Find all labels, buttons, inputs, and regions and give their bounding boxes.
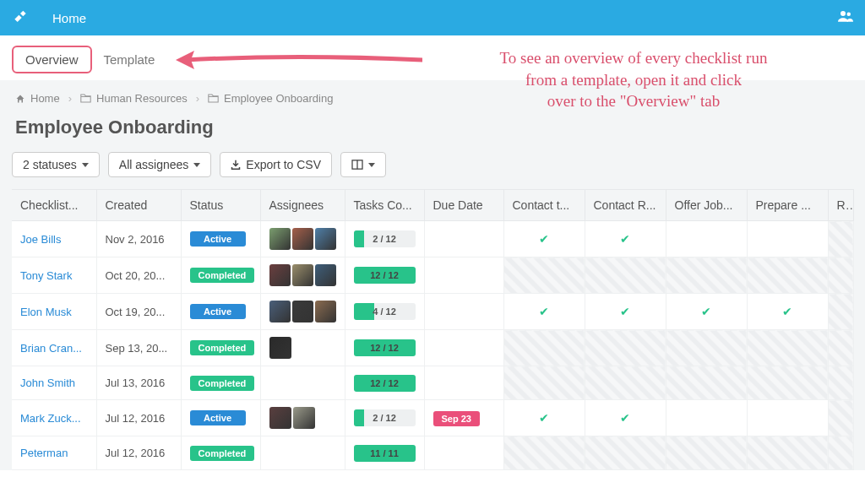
avatar[interactable]	[315, 228, 336, 250]
nav-home-link[interactable]: Home	[52, 11, 86, 25]
status-badge: Completed	[190, 340, 255, 355]
task-check-cell[interactable]	[828, 330, 853, 366]
avatar[interactable]	[315, 264, 336, 286]
breadcrumb-hr[interactable]: Human Resources	[80, 92, 188, 105]
check-icon: ✔	[756, 305, 819, 318]
task-check-cell[interactable]: ✔	[503, 294, 585, 330]
avatar[interactable]	[292, 228, 313, 250]
status-filter-dropdown[interactable]: 2 statuses	[12, 152, 100, 177]
avatar[interactable]	[292, 301, 313, 322]
col-offer[interactable]: Offer Job...	[666, 190, 747, 221]
task-check-cell[interactable]: ✔	[585, 221, 666, 257]
created-cell: Jul 12, 2016	[96, 400, 181, 436]
status-cell: Completed	[181, 366, 260, 400]
task-check-cell[interactable]	[747, 257, 828, 294]
table-row: John SmithJul 13, 2016Completed12 / 12	[12, 366, 853, 400]
col-due[interactable]: Due Date	[424, 190, 503, 221]
avatar[interactable]	[269, 337, 291, 359]
task-check-cell[interactable]	[828, 436, 853, 470]
checklist-name-link[interactable]: Brian Cran...	[20, 342, 82, 355]
col-assignees[interactable]: Assignees	[260, 190, 345, 221]
task-check-cell[interactable]	[828, 257, 853, 294]
task-check-cell[interactable]: ✔	[747, 294, 828, 330]
task-check-cell[interactable]	[503, 436, 585, 470]
column-settings-button[interactable]	[340, 152, 386, 177]
task-check-cell[interactable]: ✔	[503, 221, 585, 257]
users-icon[interactable]	[838, 10, 853, 25]
col-status[interactable]: Status	[181, 190, 260, 221]
check-icon: ✔	[594, 411, 657, 425]
col-created[interactable]: Created	[96, 190, 181, 221]
status-badge: Completed	[190, 446, 255, 461]
task-check-cell[interactable]	[747, 330, 828, 366]
task-check-cell[interactable]	[747, 221, 828, 257]
task-check-cell[interactable]: ✔	[585, 294, 666, 330]
tasks-cell: 12 / 12	[345, 366, 424, 400]
task-check-cell[interactable]: ✔	[666, 294, 747, 330]
col-r[interactable]: R	[828, 190, 853, 221]
task-check-cell[interactable]	[585, 330, 666, 366]
breadcrumb-home[interactable]: Home	[15, 92, 60, 105]
task-check-cell[interactable]	[666, 257, 747, 294]
col-contact-t[interactable]: Contact t...	[503, 190, 585, 221]
due-cell: Sep 23	[424, 400, 503, 436]
avatar[interactable]	[269, 264, 291, 286]
caret-down-icon	[82, 163, 89, 167]
checklist-name-link[interactable]: Joe Bills	[20, 233, 61, 246]
check-icon: ✔	[675, 305, 738, 318]
task-check-cell[interactable]	[828, 400, 853, 436]
avatar[interactable]	[315, 301, 336, 322]
due-cell	[424, 221, 503, 257]
export-csv-button[interactable]: Export to CSV	[220, 152, 332, 177]
checklist-name-link[interactable]: Elon Musk	[20, 306, 72, 318]
task-check-cell[interactable]	[585, 257, 666, 294]
task-check-cell[interactable]	[503, 366, 585, 400]
checklist-name-link[interactable]: Mark Zuck...	[20, 412, 81, 425]
task-check-cell[interactable]	[585, 436, 666, 470]
task-check-cell[interactable]	[666, 436, 747, 470]
task-check-cell[interactable]	[747, 366, 828, 400]
task-check-cell[interactable]	[503, 257, 585, 294]
avatar[interactable]	[269, 407, 291, 429]
tab-template[interactable]: Template	[92, 47, 167, 72]
status-cell: Completed	[181, 330, 260, 366]
annotation-text: To see an overview of every checklist ru…	[422, 47, 845, 112]
created-cell: Nov 2, 2016	[96, 221, 181, 257]
checklist-name-link[interactable]: Peterman	[20, 447, 68, 459]
due-cell	[424, 257, 503, 294]
task-check-cell[interactable]: ✔	[503, 400, 585, 436]
created-cell: Jul 13, 2016	[96, 366, 181, 400]
task-check-cell[interactable]	[585, 366, 666, 400]
task-check-cell[interactable]	[828, 294, 853, 330]
breadcrumb-emp[interactable]: Employee Onboarding	[208, 92, 333, 105]
progress-bar: 2 / 12	[354, 230, 416, 247]
col-contact-r[interactable]: Contact R...	[585, 190, 666, 221]
svg-point-2	[841, 11, 846, 16]
task-check-cell[interactable]: ✔	[585, 400, 666, 436]
task-check-cell[interactable]	[747, 400, 828, 436]
col-prepare[interactable]: Prepare ...	[747, 190, 828, 221]
task-check-cell[interactable]	[666, 221, 747, 257]
tab-overview[interactable]: Overview	[12, 46, 92, 73]
table-row: Mark Zuck...Jul 12, 2016Active2 / 12Sep …	[12, 400, 853, 436]
task-check-cell[interactable]	[666, 330, 747, 366]
task-check-cell[interactable]	[666, 400, 747, 436]
col-checklist[interactable]: Checklist...	[12, 190, 96, 221]
task-check-cell[interactable]	[503, 330, 585, 366]
assignee-filter-dropdown[interactable]: All assignees	[108, 152, 212, 177]
avatar[interactable]	[292, 264, 313, 286]
avatar[interactable]	[293, 407, 315, 429]
task-check-cell[interactable]	[828, 366, 853, 400]
due-cell	[424, 330, 503, 366]
created-cell: Oct 20, 20...	[96, 257, 181, 294]
checklist-name-link[interactable]: Tony Stark	[20, 269, 72, 282]
task-check-cell[interactable]	[747, 436, 828, 470]
task-check-cell[interactable]	[666, 366, 747, 400]
task-check-cell[interactable]	[828, 221, 853, 257]
col-tasks[interactable]: Tasks Co...	[345, 190, 424, 221]
topbar: Home	[0, 0, 865, 35]
avatar[interactable]	[269, 301, 291, 322]
assignees-cell	[260, 366, 345, 400]
avatar[interactable]	[269, 228, 291, 250]
checklist-name-link[interactable]: John Smith	[20, 377, 75, 389]
